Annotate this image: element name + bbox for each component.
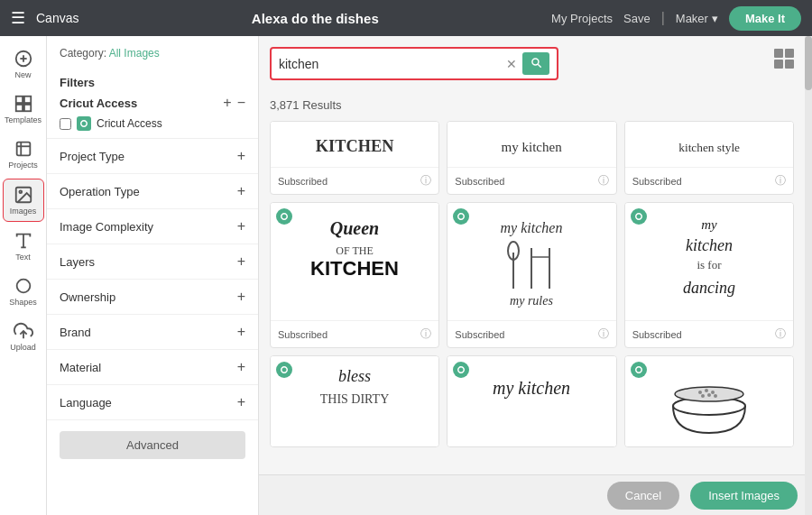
search-button[interactable] — [522, 52, 549, 75]
svg-rect-3 — [15, 97, 22, 103]
menu-icon[interactable]: ☰ — [11, 8, 25, 28]
filter-row-language[interactable]: Language + — [47, 385, 258, 420]
svg-point-14 — [16, 280, 30, 293]
card-info-3[interactable]: ⓘ — [775, 326, 786, 342]
filter-operation-type-toggle[interactable]: + — [237, 183, 245, 199]
cricut-access-remove-icon[interactable]: − — [237, 95, 245, 111]
image-thumb-3: my kitchen is for dancing — [625, 203, 793, 320]
filter-layers-toggle[interactable]: + — [237, 253, 245, 270]
image-card-3[interactable]: my kitchen is for dancing Subscribed ⓘ — [624, 202, 794, 348]
image-card-5[interactable]: my kitchen — [447, 355, 616, 447]
filter-row-brand[interactable]: Brand + — [47, 315, 258, 350]
cricut-access-label: Cricut Access — [60, 97, 137, 110]
card-info-1[interactable]: ⓘ — [420, 326, 431, 342]
image-card-top-2[interactable]: my kitchen Subscribed ⓘ — [447, 121, 616, 195]
search-clear-icon[interactable]: ✕ — [506, 57, 517, 71]
card-footer-2: Subscribed ⓘ — [448, 320, 615, 347]
image-card-4[interactable]: bless THIS DIRTY — [270, 355, 439, 447]
grid-dot-4 — [785, 60, 794, 69]
card-info-top-1[interactable]: ⓘ — [420, 173, 431, 189]
svg-text:KITCHEN: KITCHEN — [310, 257, 399, 280]
svg-text:OF THE: OF THE — [336, 244, 373, 257]
svg-text:kitchen: kitchen — [686, 236, 733, 254]
sidebar-item-new-label: New — [14, 70, 31, 79]
svg-text:bless: bless — [338, 367, 371, 385]
card-badge-1 — [276, 208, 292, 225]
filter-material-label: Material — [60, 361, 101, 374]
image-thumb-1: Queen OF THE KITCHEN — [271, 203, 438, 320]
cricut-access-section: Cricut Access + − Cricut Access — [47, 95, 258, 139]
filter-row-operation-type[interactable]: Operation Type + — [47, 174, 258, 209]
filter-complexity-label: Image Complexity — [60, 220, 153, 234]
filter-row-project-type[interactable]: Project Type + — [47, 139, 258, 174]
sidebar-item-text[interactable]: Text — [3, 225, 44, 267]
image-card-top-1[interactable]: KITCHEN Subscribed ⓘ — [270, 121, 439, 195]
card-badge-3 — [631, 208, 647, 225]
search-input[interactable] — [279, 57, 506, 71]
filter-language-toggle[interactable]: + — [237, 394, 245, 410]
filter-material-toggle[interactable]: + — [237, 359, 245, 375]
card-footer-top-2: Subscribed ⓘ — [448, 167, 615, 194]
my-projects-link[interactable]: My Projects — [551, 12, 613, 25]
grid-dot-2 — [785, 49, 794, 58]
sidebar-item-templates[interactable]: Templates — [3, 88, 44, 130]
cricut-access-add-icon[interactable]: + — [223, 95, 231, 111]
image-thumb-top-3: kitchen style — [625, 122, 793, 167]
image-card-6[interactable] — [624, 355, 794, 447]
filter-brand-toggle[interactable]: + — [237, 324, 245, 340]
cricut-access-text: Cricut Access — [97, 117, 162, 130]
cricut-access-header: Cricut Access + − — [60, 95, 245, 111]
card-footer-3: Subscribed ⓘ — [625, 320, 793, 347]
svg-text:my kitchen: my kitchen — [493, 378, 570, 399]
image-thumb-6 — [625, 356, 793, 446]
sidebar-item-upload[interactable]: Upload — [3, 316, 44, 357]
svg-text:my kitchen: my kitchen — [502, 140, 563, 154]
image-card-top-3[interactable]: kitchen style Subscribed ⓘ — [624, 121, 794, 195]
card-subscribed-top-1: Subscribed — [278, 176, 328, 187]
svg-text:my rules: my rules — [511, 294, 554, 308]
svg-text:THIS DIRTY: THIS DIRTY — [320, 392, 390, 406]
divider: | — [661, 10, 665, 26]
filter-project-type-label: Project Type — [60, 150, 125, 163]
card-footer-1: Subscribed ⓘ — [271, 320, 438, 347]
scroll-thumb[interactable] — [805, 36, 812, 90]
maker-selector[interactable]: Maker ▾ — [676, 12, 718, 25]
category-value[interactable]: All Images — [109, 47, 160, 60]
card-subscribed-2: Subscribed — [455, 329, 504, 340]
card-info-top-2[interactable]: ⓘ — [598, 173, 609, 189]
make-it-button[interactable]: Make It — [729, 6, 801, 31]
cricut-access-checkbox[interactable] — [60, 118, 71, 130]
insert-images-button[interactable]: Insert Images — [690, 482, 798, 510]
sidebar-item-shapes[interactable]: Shapes — [3, 271, 44, 312]
filter-ownership-label: Ownership — [60, 290, 115, 304]
filter-row-ownership[interactable]: Ownership + — [47, 280, 258, 315]
topbar-right: My Projects Save | Maker ▾ Make It — [551, 6, 801, 31]
chevron-down-icon: ▾ — [712, 12, 718, 25]
sidebar-item-new[interactable]: New — [3, 43, 44, 85]
filter-row-material[interactable]: Material + — [47, 350, 258, 385]
image-thumb-5: my kitchen — [448, 356, 615, 446]
filter-complexity-toggle[interactable]: + — [237, 218, 245, 235]
filter-project-type-toggle[interactable]: + — [237, 148, 245, 164]
main-content: ✕ 3,871 Results KITCHEN Subscribed ⓘ — [259, 36, 805, 474]
save-link[interactable]: Save — [623, 12, 651, 25]
advanced-button[interactable]: Advanced — [60, 431, 245, 459]
image-card-1[interactable]: Queen OF THE KITCHEN Subscribed ⓘ — [270, 202, 439, 348]
search-area: ✕ — [270, 47, 794, 89]
document-title: Alexa do the dishes — [89, 11, 540, 26]
scroll-track — [805, 36, 812, 515]
filter-row-layers[interactable]: Layers + — [47, 244, 258, 280]
filter-footer: Advanced — [47, 420, 258, 470]
cancel-button[interactable]: Cancel — [607, 482, 679, 510]
svg-text:my: my — [701, 217, 717, 232]
sidebar-item-projects[interactable]: Projects — [3, 133, 44, 175]
sidebar-item-images[interactable]: Images — [3, 179, 44, 222]
svg-text:my kitchen: my kitchen — [501, 220, 563, 236]
card-info-2[interactable]: ⓘ — [598, 326, 609, 342]
card-info-top-3[interactable]: ⓘ — [775, 173, 786, 189]
image-card-2[interactable]: my kitchen my rules Subscribed ⓘ — [447, 202, 616, 348]
grid-view-toggle[interactable] — [774, 49, 794, 69]
grid-dot-3 — [774, 60, 783, 69]
filter-row-image-complexity[interactable]: Image Complexity + — [47, 209, 258, 244]
filter-ownership-toggle[interactable]: + — [237, 289, 245, 305]
